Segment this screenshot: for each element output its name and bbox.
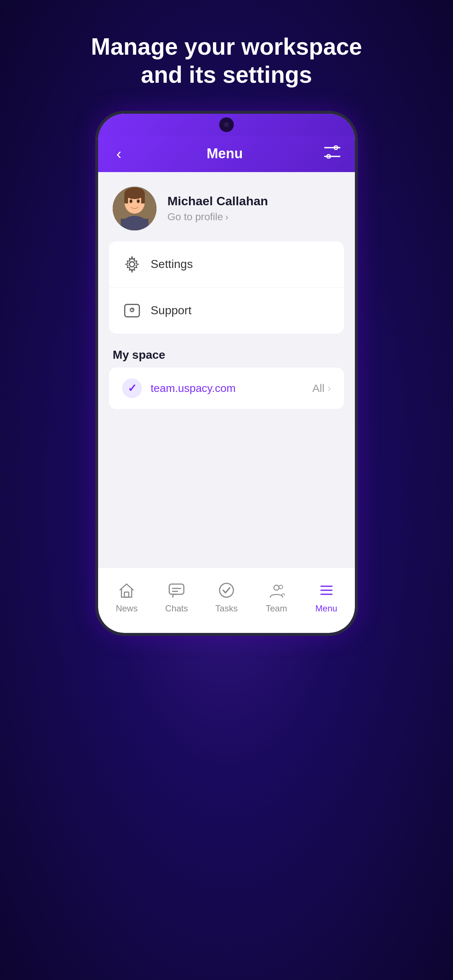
nav-news-label: News [116, 603, 137, 614]
profile-arrow-icon: › [225, 212, 229, 223]
settings-label: Settings [151, 258, 193, 271]
phone-frame: ‹ Menu [95, 111, 358, 636]
content-area: Michael Callahan Go to profile › [98, 172, 355, 567]
nav-menu-label: Menu [316, 603, 337, 614]
svg-point-21 [220, 583, 233, 597]
nav-item-chats[interactable]: Chats [152, 579, 202, 614]
support-item[interactable]: ? Support [109, 288, 344, 334]
svg-rect-18 [169, 584, 184, 594]
my-space-title: My space [98, 337, 355, 368]
workspace-all[interactable]: All › [312, 382, 331, 395]
profile-section: Michael Callahan Go to profile › [98, 172, 355, 241]
team-icon [266, 579, 287, 601]
goto-profile-link[interactable]: Go to profile › [167, 211, 268, 223]
nav-tasks-label: Tasks [215, 603, 238, 614]
svg-rect-17 [124, 592, 129, 597]
user-name: Michael Callahan [167, 194, 268, 208]
screen-title: Menu [206, 146, 242, 162]
nav-team-label: Team [266, 603, 287, 614]
menu-icon [316, 579, 337, 601]
svg-point-23 [279, 585, 283, 589]
camera-dot [224, 122, 229, 127]
nav-item-team[interactable]: Team [251, 579, 301, 614]
nav-item-news[interactable]: News [102, 579, 152, 614]
workspace-item[interactable]: ✓ team.uspacy.com All › [109, 368, 344, 409]
chat-icon [166, 579, 187, 601]
svg-rect-7 [124, 193, 128, 204]
support-icon: ? [122, 301, 142, 320]
camera-notch [219, 118, 234, 132]
menu-group: Settings ? Support [109, 241, 344, 334]
home-icon [116, 579, 137, 601]
avatar[interactable] [113, 187, 156, 231]
svg-text:?: ? [131, 307, 134, 313]
settings-item[interactable]: Settings [109, 241, 344, 288]
svg-point-9 [129, 199, 132, 203]
bottom-nav: News Chats [98, 567, 355, 633]
workspace-arrow-icon: › [327, 382, 331, 394]
page-title: Manage your workspace and its settings [91, 33, 362, 89]
settings-icon [122, 255, 142, 274]
svg-point-22 [274, 585, 279, 590]
svg-point-10 [137, 199, 140, 203]
nav-item-tasks[interactable]: Tasks [202, 579, 252, 614]
workspace-check-icon: ✓ [122, 379, 142, 398]
nav-item-menu[interactable]: Menu [301, 579, 351, 614]
top-bar: ‹ Menu [98, 135, 355, 172]
tasks-icon [215, 579, 238, 601]
profile-info: Michael Callahan Go to profile › [167, 194, 268, 223]
checkmark-icon: ✓ [128, 382, 137, 395]
workspace-url: team.uspacy.com [151, 382, 303, 395]
status-bar [98, 114, 355, 135]
nav-chats-label: Chats [165, 603, 188, 614]
back-button[interactable]: ‹ [113, 142, 125, 166]
support-label: Support [151, 304, 191, 317]
svg-rect-12 [121, 219, 148, 231]
svg-point-13 [129, 262, 135, 267]
svg-rect-8 [141, 193, 145, 204]
power-button [356, 259, 358, 296]
filter-icon[interactable] [324, 145, 340, 162]
